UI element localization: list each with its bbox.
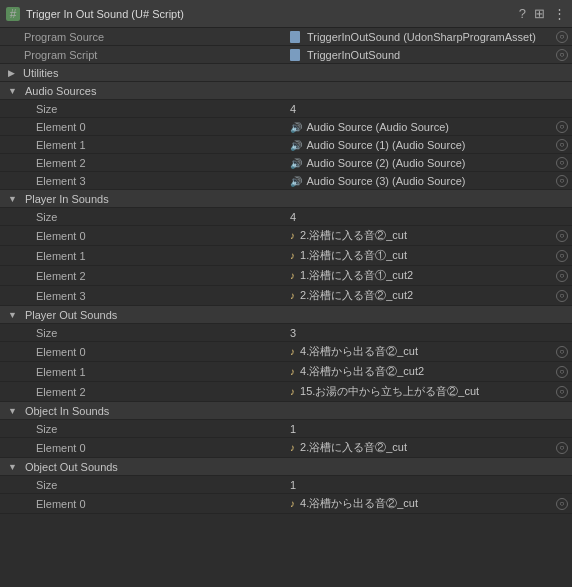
expand-icon[interactable]: ⊞ [534,6,545,21]
audio-element-0-text: Audio Source (Audio Source) [306,121,448,133]
hash-symbol: # [10,7,17,21]
object-out-element-0-icon: ♪ [290,498,295,509]
audio-sources-size-label: Size [0,101,286,117]
audio-element-0-icon: 🔊 [290,122,302,133]
program-source-label: Program Source [0,29,286,45]
audio-sources-size-row: Size 4 [0,100,572,118]
player-in-sounds-size-label: Size [0,209,286,225]
audio-element-0-row: Element 0 🔊 Audio Source (Audio Source) … [0,118,572,136]
program-source-circle-btn[interactable]: ○ [556,31,568,43]
player-out-element-1-row: Element 1 ♪ 4.浴槽から出る音②_cut2 ○ [0,362,572,382]
player-out-element-1-icon: ♪ [290,366,295,377]
player-out-element-0-text: 4.浴槽から出る音②_cut [300,345,418,357]
help-icon[interactable]: ? [519,6,526,21]
player-in-element-0-circle-btn[interactable]: ○ [556,230,568,242]
window-title: Trigger In Out Sound (U# Script) [26,8,513,20]
audio-element-2-row: Element 2 🔊 Audio Source (2) (Audio Sour… [0,154,572,172]
program-script-label: Program Script [0,47,286,63]
player-out-element-2-label: Element 2 [0,384,286,400]
program-script-circle-btn[interactable]: ○ [556,49,568,61]
player-out-sounds-arrow-icon: ▼ [0,308,21,322]
program-script-value[interactable]: TriggerInOutSound ○ [286,47,572,63]
player-in-element-3-value[interactable]: ♪ 2.浴槽に入る音②_cut2 ○ [286,286,572,305]
program-source-value[interactable]: TriggerInOutSound (UdonSharpProgramAsset… [286,29,572,45]
object-in-element-0-value[interactable]: ♪ 2.浴槽に入る音②_cut ○ [286,438,572,457]
audio-element-3-circle-btn[interactable]: ○ [556,175,568,187]
utilities-label: Utilities [19,65,62,81]
player-out-element-2-value[interactable]: ♪ 15.お湯の中から立ち上がる音②_cut ○ [286,382,572,401]
object-in-element-0-circle-btn[interactable]: ○ [556,442,568,454]
player-in-element-1-circle-btn[interactable]: ○ [556,250,568,262]
utilities-arrow-icon: ▶ [0,66,19,80]
audio-element-1-circle-btn[interactable]: ○ [556,139,568,151]
object-in-sounds-size-value: 1 [286,421,572,437]
player-out-sounds-label: Player Out Sounds [21,307,121,323]
player-in-element-3-row: Element 3 ♪ 2.浴槽に入る音②_cut2 ○ [0,286,572,306]
player-out-sounds-size-text: 3 [290,327,296,339]
player-out-element-0-circle-btn[interactable]: ○ [556,346,568,358]
more-icon[interactable]: ⋮ [553,6,566,21]
object-out-element-0-value[interactable]: ♪ 4.浴槽から出る音②_cut ○ [286,494,572,513]
audio-sources-size-value: 4 [286,101,572,117]
title-bar[interactable]: # Trigger In Out Sound (U# Script) ? ⊞ ⋮ [0,0,572,28]
player-in-element-1-value[interactable]: ♪ 1.浴槽に入る音①_cut ○ [286,246,572,265]
player-out-element-1-value[interactable]: ♪ 4.浴槽から出る音②_cut2 ○ [286,362,572,381]
player-in-element-0-value[interactable]: ♪ 2.浴槽に入る音②_cut ○ [286,226,572,245]
content-area: Program Source TriggerInOutSound (UdonSh… [0,28,572,587]
player-in-element-2-row: Element 2 ♪ 1.浴槽に入る音①_cut2 ○ [0,266,572,286]
player-in-element-3-icon: ♪ [290,290,295,301]
player-out-element-1-circle-btn[interactable]: ○ [556,366,568,378]
audio-element-2-value[interactable]: 🔊 Audio Source (2) (Audio Source) ○ [286,155,572,171]
object-out-sounds-header[interactable]: ▼ Object Out Sounds [0,458,572,476]
object-in-sounds-label: Object In Sounds [21,403,113,419]
audio-element-3-value[interactable]: 🔊 Audio Source (3) (Audio Source) ○ [286,173,572,189]
player-in-sounds-size-text: 4 [290,211,296,223]
object-out-element-0-label: Element 0 [0,496,286,512]
player-in-element-0-row: Element 0 ♪ 2.浴槽に入る音②_cut ○ [0,226,572,246]
player-in-element-0-label: Element 0 [0,228,286,244]
player-in-sounds-header[interactable]: ▼ Player In Sounds [0,190,572,208]
object-out-element-0-circle-btn[interactable]: ○ [556,498,568,510]
player-in-element-3-text: 2.浴槽に入る音②_cut2 [300,289,413,301]
audio-element-1-icon: 🔊 [290,140,302,151]
player-in-element-2-value[interactable]: ♪ 1.浴槽に入る音①_cut2 ○ [286,266,572,285]
player-in-element-3-circle-btn[interactable]: ○ [556,290,568,302]
player-out-element-2-text: 15.お湯の中から立ち上がる音②_cut [300,385,479,397]
player-out-sounds-size-value: 3 [286,325,572,341]
player-in-element-3-label: Element 3 [0,288,286,304]
audio-element-2-icon: 🔊 [290,158,302,169]
object-in-sounds-size-text: 1 [290,423,296,435]
audio-element-1-value[interactable]: 🔊 Audio Source (1) (Audio Source) ○ [286,137,572,153]
audio-element-1-text: Audio Source (1) (Audio Source) [306,139,465,151]
player-out-element-0-label: Element 0 [0,344,286,360]
player-in-sounds-label: Player In Sounds [21,191,113,207]
player-in-element-1-label: Element 1 [0,248,286,264]
object-out-sounds-size-text: 1 [290,479,296,491]
object-in-sounds-header[interactable]: ▼ Object In Sounds [0,402,572,420]
object-in-element-0-row: Element 0 ♪ 2.浴槽に入る音②_cut ○ [0,438,572,458]
object-in-element-0-icon: ♪ [290,442,295,453]
program-script-row: Program Script TriggerInOutSound ○ [0,46,572,64]
object-out-element-0-row: Element 0 ♪ 4.浴槽から出る音②_cut ○ [0,494,572,514]
audio-sources-header[interactable]: ▼ Audio Sources [0,82,572,100]
player-out-element-0-value[interactable]: ♪ 4.浴槽から出る音②_cut ○ [286,342,572,361]
player-out-sounds-header[interactable]: ▼ Player Out Sounds [0,306,572,324]
audio-element-0-value[interactable]: 🔊 Audio Source (Audio Source) ○ [286,119,572,135]
audio-element-3-icon: 🔊 [290,176,302,187]
program-source-text: TriggerInOutSound (UdonSharpProgramAsset… [307,31,536,43]
player-in-sounds-size-row: Size 4 [0,208,572,226]
player-out-element-2-circle-btn[interactable]: ○ [556,386,568,398]
audio-sources-arrow-icon: ▼ [0,84,21,98]
audio-element-2-circle-btn[interactable]: ○ [556,157,568,169]
audio-element-2-label: Element 2 [0,155,286,171]
audio-element-3-text: Audio Source (3) (Audio Source) [306,175,465,187]
audio-element-0-circle-btn[interactable]: ○ [556,121,568,133]
player-out-sounds-size-label: Size [0,325,286,341]
object-out-element-0-text: 4.浴槽から出る音②_cut [300,497,418,509]
player-in-element-2-circle-btn[interactable]: ○ [556,270,568,282]
audio-element-1-label: Element 1 [0,137,286,153]
title-buttons: ? ⊞ ⋮ [519,6,566,21]
object-in-sounds-arrow-icon: ▼ [0,404,21,418]
utilities-section[interactable]: ▶ Utilities [0,64,572,82]
player-in-sounds-arrow-icon: ▼ [0,192,21,206]
